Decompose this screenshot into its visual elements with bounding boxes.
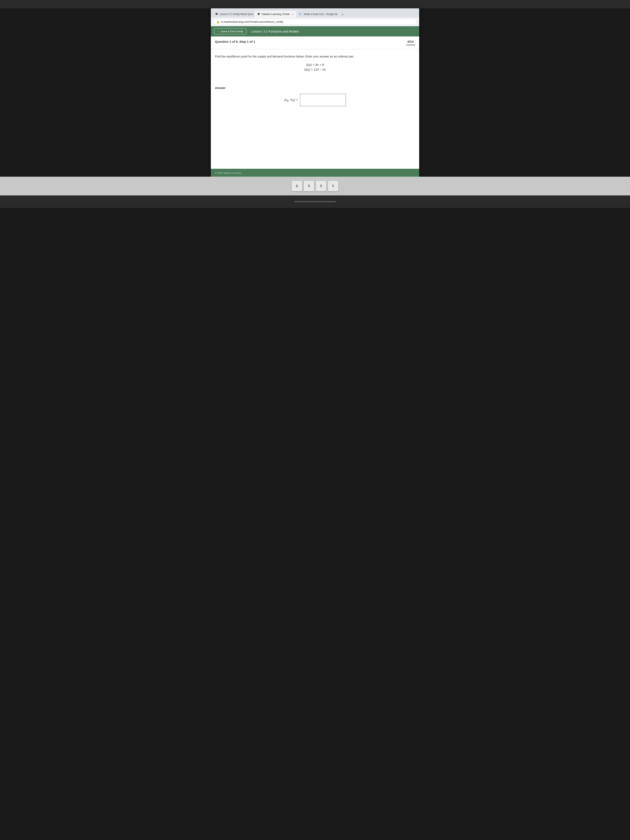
browser-window: 🎓 Lesson 3.2 Certify Mode Ques ✕ 🎓 Hawke…	[211, 8, 419, 177]
address-bar[interactable]: 🔒 rn.hawkeslearning.com/Portal/Lesson/le…	[213, 19, 417, 25]
tab-google[interactable]: G whats a fixed cost - Google Se ✕	[297, 11, 338, 17]
question-info: Question 1 of 8, Step 1 of 1	[215, 40, 255, 43]
keyboard-row: & 8 9 0	[292, 181, 338, 191]
answer-input-box[interactable]	[300, 94, 346, 106]
address-bar-row: 🔒 rn.hawkeslearning.com/Portal/Lesson/le…	[211, 17, 419, 26]
key-ampersand[interactable]: &	[292, 181, 302, 191]
tab-close-hawkes[interactable]: ✕	[291, 13, 294, 16]
key-8[interactable]: 8	[304, 181, 314, 191]
equation-2: D(x) = 120 − 5x	[215, 68, 415, 71]
answer-prefix: (xE, PE) =	[284, 98, 298, 102]
tab-bar: 🎓 Lesson 3.2 Certify Mode Ques ✕ 🎓 Hawke…	[211, 8, 419, 17]
content-spacer	[211, 111, 419, 169]
tab-favicon-lesson: 🎓	[215, 13, 218, 16]
bottom-bar	[0, 196, 630, 208]
footer-copyright: © 2021 Hawkes Learning	[215, 172, 241, 174]
tab-favicon-google: G	[299, 13, 303, 16]
lock-icon: 🔒	[216, 21, 219, 23]
key-9[interactable]: 9	[316, 181, 326, 191]
tab-label-google: whats a fixed cost - Google Se	[304, 13, 338, 16]
tab-label-hawkes: Hawkes Learning | Portal	[262, 13, 290, 16]
save-exit-label: ← Save & Exit Certify	[217, 30, 243, 33]
question-body: Find the equilibrium point for the suppl…	[211, 49, 419, 82]
score-number: 0/14	[406, 40, 415, 43]
question-text: Find the equilibrium point for the suppl…	[215, 54, 415, 59]
keyboard-area: & 8 9 0	[0, 177, 630, 196]
new-tab-button[interactable]: +	[339, 12, 346, 17]
tab-lesson[interactable]: 🎓 Lesson 3.2 Certify Mode Ques ✕	[213, 11, 254, 17]
lesson-toolbar: ← Save & Exit Certify Lesson: 3.2 Functi…	[211, 26, 419, 36]
key-0[interactable]: 0	[328, 181, 338, 191]
laptop-bezel-top	[0, 0, 630, 8]
tab-favicon-hawkes: 🎓	[257, 13, 261, 16]
answer-label: Answer	[215, 86, 415, 90]
question-header: Question 1 of 8, Step 1 of 1 0/14 Correc…	[211, 36, 419, 49]
tab-label-lesson: Lesson 3.2 Certify Mode Ques	[219, 13, 253, 16]
tab-hawkes[interactable]: 🎓 Hawkes Learning | Portal ✕	[254, 11, 296, 17]
page-footer: © 2021 Hawkes Learning	[211, 169, 419, 177]
lesson-title: Lesson: 3.2 Functions and Models	[251, 30, 299, 33]
answer-input-row: (xE, PE) =	[215, 94, 415, 106]
correct-label: Correct	[406, 43, 415, 46]
address-text: rn.hawkeslearning.com/Portal/Lesson/less…	[221, 20, 283, 23]
equation-1: S(x) = 9x + 8	[215, 63, 415, 66]
save-exit-button[interactable]: ← Save & Exit Certify	[214, 28, 246, 35]
home-indicator	[294, 201, 336, 202]
score-box: 0/14 Correct	[406, 40, 415, 46]
answer-section: Answer (xE, PE) =	[211, 82, 419, 111]
main-content: Question 1 of 8, Step 1 of 1 0/14 Correc…	[211, 36, 419, 177]
math-equations: S(x) = 9x + 8 D(x) = 120 − 5x	[215, 63, 415, 71]
